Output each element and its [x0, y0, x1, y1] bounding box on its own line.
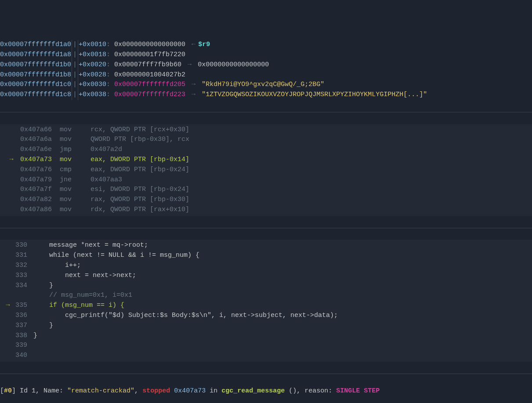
asm-marker-blank: [3, 125, 20, 135]
source-line: // msg_num=0x1, i=0x1: [0, 291, 532, 301]
asm-addr: 0x407a6e: [20, 146, 52, 153]
source-lineno: 332: [13, 261, 33, 271]
asm-mnemonic: mov: [60, 185, 90, 195]
stack-value: 0x00000001f7fb7220: [114, 50, 185, 60]
asm-addr: 0x407a73: [20, 156, 52, 163]
asm-operands: QWORD PTR [rbp-0x30], rcx: [90, 136, 189, 143]
thread-pc: 0x407a73: [174, 387, 206, 395]
asm-line: →0x407a73 moveax, DWORD PTR [rbp-0x14]: [0, 155, 532, 165]
stack-offset: +0x0030: [79, 80, 106, 90]
thread-fn: cgc_read_message: [221, 387, 289, 395]
source-lineno: 335: [13, 301, 33, 311]
asm-addr: 0x407a82: [20, 196, 52, 203]
source-line: 338}: [0, 331, 532, 341]
thread-name: "rematch-crackad": [67, 387, 134, 395]
colon: :: [106, 90, 114, 100]
threads-panel: [#0] Id 1, Name: "rematch-crackad", stop…: [0, 385, 532, 397]
arrow-right-icon: →: [181, 60, 198, 70]
thread-tail: (), reason:: [289, 387, 336, 395]
asm-addr: 0x407a6a: [20, 136, 52, 143]
stack-string: "1ZTVZOGQWSOZIKOUXVZOYJROPJQJMSRLXPYZIHO…: [202, 90, 427, 100]
source-code: i++;: [33, 262, 81, 269]
src-marker-blank: [3, 341, 13, 351]
source-code: }: [33, 322, 53, 329]
stack-string: "RkdH79i@YO9^gxv2qC@GwQ/_G;2BG": [202, 80, 324, 90]
current-source-marker: →: [3, 301, 13, 311]
asm-line: 0x407a6e jmp0x407a2d: [0, 145, 532, 155]
stack-addr: 0x00007fffffffd1c0: [0, 80, 71, 90]
source-line: 330 message *next = mq->root;: [0, 241, 532, 251]
src-marker-blank: [3, 311, 13, 321]
source-line: 339: [0, 341, 532, 351]
stack-offset: +0x0038: [79, 90, 106, 100]
source-code: while (next != NULL && i != msg_num) {: [33, 252, 199, 259]
source-line: →335 if (msg_num == i) {: [0, 301, 532, 311]
colon: :: [106, 60, 114, 70]
source-lineno: 338: [13, 331, 33, 341]
asm-mnemonic: mov: [60, 155, 90, 165]
stack-panel: 0x00007fffffffd1a0|+0x0010: 0x0000000000…: [0, 40, 532, 100]
src-marker-blank: [3, 331, 13, 341]
source-lineno: 336: [13, 311, 33, 321]
asm-marker-blank: [3, 175, 20, 185]
asm-operands: 0x407a2d: [90, 146, 126, 153]
source-line: 334 }: [0, 281, 532, 291]
source-line: 333 next = next->next;: [0, 271, 532, 281]
src-marker-blank: [3, 271, 13, 281]
asm-line: 0x407a79 jne0x407aa3: [0, 175, 532, 185]
src-marker-blank: [3, 241, 13, 251]
stack-deref: 0x0000000000000000: [198, 60, 269, 70]
stack-addr: 0x00007fffffffd1b8: [0, 70, 71, 80]
frame-num: #0: [4, 387, 12, 395]
stack-value: 0x00000001004027b2: [114, 70, 185, 80]
disassembly-panel: 0x407a66 movrcx, QWORD PTR [rcx+0x30] 0x…: [0, 124, 532, 216]
stack-value: 0x00007fffffffd205: [114, 80, 185, 90]
separator: |: [72, 90, 78, 100]
source-lineno: 340: [13, 351, 33, 361]
separator: |: [72, 50, 78, 60]
source-code: message *next = mq->root;: [33, 241, 148, 249]
asm-operands: rdx, QWORD PTR [rax+0x10]: [90, 206, 189, 213]
thread-state: stopped: [142, 387, 174, 395]
src-marker-blank: [3, 291, 13, 301]
separator: |: [72, 60, 78, 70]
source-line: 336 cgc_printf("$d) Subject:$s Body:$s\n…: [0, 311, 532, 321]
asm-marker-blank: [3, 165, 20, 175]
asm-mnemonic: cmp: [60, 165, 90, 175]
source-panel: 330 message *next = mq->root; 331 while …: [0, 240, 532, 362]
current-instruction-marker: →: [3, 155, 20, 165]
in: in: [206, 387, 221, 395]
stack-offset: +0x0020: [79, 60, 106, 70]
stack-value: 0x00007fff7fb9b60: [114, 60, 181, 70]
stack-row: 0x00007fffffffd1a0|+0x0010: 0x0000000000…: [0, 40, 532, 50]
source-code: cgc_printf("$d) Subject:$s Body:$s\n", i…: [33, 312, 338, 319]
colon: :: [106, 40, 114, 50]
source-lineno: 334: [13, 281, 33, 291]
source-lineno: 337: [13, 321, 33, 331]
divider: [0, 112, 532, 112]
source-line: 332 i++;: [0, 261, 532, 271]
asm-marker-blank: [3, 195, 20, 205]
asm-addr: 0x407a86: [20, 206, 52, 213]
source-code: }: [33, 332, 37, 339]
asm-operands: esi, DWORD PTR [rbp-0x24]: [90, 186, 189, 193]
asm-operands: eax, DWORD PTR [rbp-0x24]: [90, 166, 189, 173]
asm-mnemonic: mov: [60, 195, 90, 205]
src-marker-blank: [3, 351, 13, 361]
separator: |: [72, 80, 78, 90]
divider: [0, 228, 532, 228]
asm-addr: 0x407a79: [20, 176, 52, 184]
asm-addr: 0x407a7f: [20, 186, 52, 193]
source-lineno: 339: [13, 341, 33, 351]
asm-marker-blank: [3, 205, 20, 215]
source-code: if (msg_num == i) {: [33, 302, 124, 309]
thread-line: [#0] Id 1, Name: "rematch-crackad", stop…: [0, 386, 532, 396]
asm-mnemonic: mov: [60, 135, 90, 145]
stop-reason: SINGLE STEP: [336, 387, 380, 395]
asm-operands: rcx, QWORD PTR [rcx+0x30]: [90, 126, 189, 133]
asm-line: 0x407a82 movrax, QWORD PTR [rbp-0x30]: [0, 195, 532, 205]
thread-id: Id 1, Name:: [20, 387, 67, 395]
asm-mnemonic: jne: [60, 175, 90, 185]
stack-addr: 0x00007fffffffd1c8: [0, 90, 71, 100]
src-marker-blank: [3, 321, 13, 331]
